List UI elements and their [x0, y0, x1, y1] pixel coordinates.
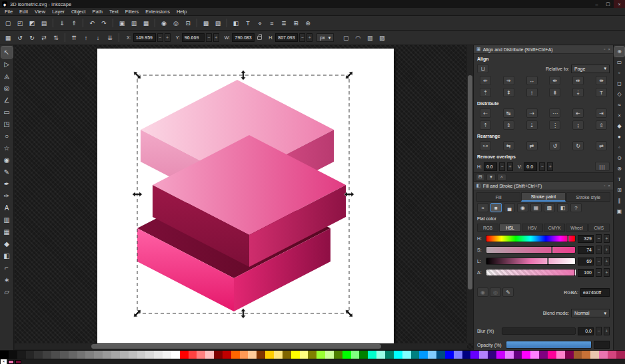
- palette-swatch[interactable]: [419, 351, 428, 359]
- menu-layer[interactable]: Layer: [49, 9, 68, 15]
- lower-to-bottom-icon[interactable]: ⇊: [105, 33, 115, 43]
- palette-swatch[interactable]: [359, 351, 368, 359]
- height-increment-button[interactable]: +: [307, 33, 312, 42]
- distribute-right-edges-icon[interactable]: ⇢: [526, 108, 538, 118]
- palette-swatch[interactable]: [26, 351, 35, 359]
- palette-swatch[interactable]: [34, 351, 43, 359]
- paint-none-icon[interactable]: ×: [477, 203, 488, 212]
- palette-swatch[interactable]: [283, 351, 291, 359]
- palette-swatch[interactable]: [214, 351, 223, 359]
- open-document-icon[interactable]: ◰: [15, 18, 25, 29]
- calligraphy-tool-icon[interactable]: ✑: [1, 190, 13, 202]
- center-horizontal-axis-icon[interactable]: ↕: [526, 88, 538, 97]
- undo-icon[interactable]: ↶: [87, 18, 97, 29]
- export-icon[interactable]: ⇑: [69, 18, 79, 29]
- selector-tool-icon[interactable]: ↖: [1, 47, 13, 58]
- palette-swatch[interactable]: [0, 351, 9, 359]
- fill-style-indicator[interactable]: [8, 360, 14, 364]
- horizontal-scrollbar-thumb[interactable]: [91, 344, 381, 349]
- snap-guides-icon[interactable]: ∥: [614, 196, 624, 206]
- document-properties-icon[interactable]: ⊞: [291, 18, 301, 29]
- zoom-selection-icon[interactable]: ◉: [159, 18, 169, 29]
- palette-swatch[interactable]: [103, 351, 111, 359]
- save-document-icon[interactable]: ◩: [27, 18, 37, 29]
- palette-swatch[interactable]: [616, 351, 625, 359]
- color-tab-cmyk[interactable]: CMYK: [544, 224, 565, 232]
- ellipse-tool-icon[interactable]: ○: [1, 130, 13, 142]
- palette-swatch[interactable]: [111, 351, 120, 359]
- tab-stroke-style[interactable]: Stroke style: [566, 192, 610, 202]
- hue-increment-button[interactable]: +: [604, 234, 610, 243]
- palette-swatch[interactable]: [171, 351, 180, 359]
- horizontal-scrollbar[interactable]: [15, 343, 467, 349]
- print-icon[interactable]: ▤: [39, 18, 49, 29]
- palette-swatch[interactable]: [342, 351, 351, 359]
- palette-swatch[interactable]: [530, 351, 539, 359]
- paint-unknown-icon[interactable]: ?: [570, 203, 582, 212]
- scale-pattern-toggle-icon[interactable]: ▨: [376, 33, 387, 43]
- lower-icon[interactable]: ↓: [93, 33, 103, 43]
- snap-smooth-nodes-icon[interactable]: ●: [614, 132, 624, 142]
- unit-dropdown[interactable]: px ▾: [316, 33, 334, 42]
- rotate-90-cw-icon[interactable]: ↻: [572, 141, 584, 150]
- overlap-h-decrement-button[interactable]: −: [499, 162, 505, 171]
- palette-swatch[interactable]: [514, 351, 522, 359]
- paint-radial-gradient-icon[interactable]: ◉: [517, 203, 528, 212]
- redo-icon[interactable]: ↷: [99, 18, 109, 29]
- panel-iconify-button[interactable]: ▫: [604, 47, 605, 51]
- align-dialog-icon[interactable]: ≡: [267, 18, 277, 29]
- palette-swatch[interactable]: [137, 351, 146, 359]
- distribute-bottom-edges-icon[interactable]: ⇣: [526, 120, 538, 130]
- color-tab-wheel[interactable]: Wheel: [566, 224, 587, 232]
- palette-swatch[interactable]: [231, 351, 240, 359]
- group-icon[interactable]: ▩: [201, 18, 211, 29]
- panel-iconify-button[interactable]: ▫: [604, 184, 605, 188]
- palette-swatch[interactable]: [94, 351, 103, 359]
- distribute-centers-h-icon[interactable]: ↹: [503, 108, 514, 118]
- opacity-value[interactable]: [594, 341, 610, 349]
- canvas-page[interactable]: [97, 49, 394, 345]
- palette-swatch[interactable]: [428, 351, 436, 359]
- palette-swatch[interactable]: [180, 351, 189, 359]
- paint-pattern-icon[interactable]: ▦: [530, 203, 542, 212]
- menu-filters[interactable]: Filters: [122, 9, 142, 15]
- snap-nodes-icon[interactable]: ◇: [614, 89, 624, 99]
- palette-swatch[interactable]: [60, 351, 69, 359]
- palette-swatch[interactable]: [539, 351, 548, 359]
- palette-swatch[interactable]: [590, 351, 599, 359]
- paint-swatch-icon[interactable]: ▩: [544, 203, 555, 212]
- snap-page-border-icon[interactable]: ▣: [614, 206, 624, 216]
- dock-menu-icon[interactable]: ▾: [486, 174, 496, 181]
- preferences-icon[interactable]: ⊛: [303, 18, 313, 29]
- panel-close-button[interactable]: ×: [608, 184, 610, 188]
- saturation-decrement-button[interactable]: −: [596, 246, 602, 254]
- node-tool-icon[interactable]: ▷: [1, 59, 13, 70]
- blur-decrement-button[interactable]: −: [596, 327, 602, 335]
- scale-corners-toggle-icon[interactable]: ◠: [352, 33, 363, 43]
- dock-shrink-icon[interactable]: ⊟: [476, 174, 485, 181]
- palette-swatch[interactable]: [436, 351, 445, 359]
- saturation-increment-button[interactable]: +: [604, 246, 610, 254]
- y-input[interactable]: 96.669: [182, 33, 205, 42]
- exchange-stacking-order-icon[interactable]: ⇄: [526, 141, 538, 150]
- lightness-value[interactable]: 69: [578, 258, 594, 266]
- randomize-positions-icon[interactable]: ⇌: [596, 141, 607, 150]
- color-tab-rgb[interactable]: RGB: [477, 224, 498, 232]
- rotate-ccw-icon[interactable]: ↺: [15, 33, 25, 43]
- palette-swatch[interactable]: [368, 351, 376, 359]
- vertical-scrollbar[interactable]: [467, 45, 473, 343]
- xml-editor-icon[interactable]: ⋄: [255, 18, 265, 29]
- rearrange-graph-icon[interactable]: ⊶: [480, 141, 491, 150]
- palette-swatch[interactable]: [240, 351, 249, 359]
- raise-icon[interactable]: ↑: [81, 33, 91, 43]
- pen-tool-icon[interactable]: ✒: [1, 178, 13, 190]
- measure-tool-icon[interactable]: ∠: [1, 94, 13, 106]
- zoom-drawing-icon[interactable]: ◎: [171, 18, 181, 29]
- palette-swatch[interactable]: [154, 351, 163, 359]
- overlap-h-increment-button[interactable]: +: [507, 162, 513, 171]
- blur-value[interactable]: 0.0: [578, 327, 594, 335]
- vertical-scrollbar-thumb[interactable]: [468, 75, 472, 290]
- palette-swatch[interactable]: [565, 351, 574, 359]
- palette-swatch[interactable]: [411, 351, 420, 359]
- x-decrement-button[interactable]: −: [157, 33, 163, 42]
